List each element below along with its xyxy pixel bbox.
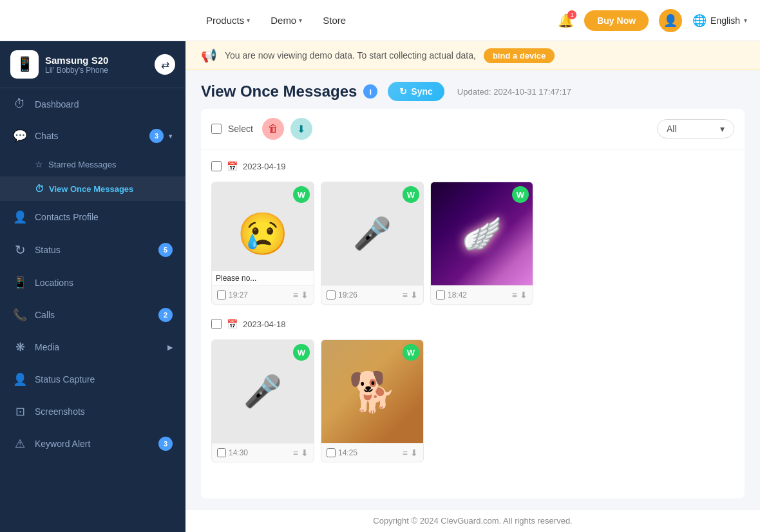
- sidebar-item-media[interactable]: ❋ Media ▶: [0, 331, 185, 363]
- media-download-icon-1[interactable]: ⬇: [301, 290, 309, 300]
- main-layout: 📱 Samsung S20 Lil' Bobby's Phone ⇄ ⏱ Das…: [0, 41, 760, 532]
- info-icon[interactable]: i: [363, 84, 377, 99]
- media-menu-icon-5[interactable]: ≡: [403, 448, 408, 458]
- bell-badge: 1: [567, 10, 576, 19]
- nav-store[interactable]: Store: [315, 10, 354, 31]
- view-once-icon: ⏱: [35, 184, 44, 194]
- sidebar-item-keyword-alert[interactable]: ⚠ Keyword Alert 3: [0, 428, 185, 460]
- sidebar-item-status[interactable]: ↻ Status 5: [0, 233, 185, 267]
- device-sub: Lil' Bobby's Phone: [45, 66, 155, 75]
- filter-label: All: [667, 124, 677, 134]
- date-group-1: 📅 2023-04-19 😢 W Please no...: [211, 157, 734, 305]
- media-item-audio-1: 🎤 W 19:26 ≡ ⬇: [321, 182, 424, 305]
- whatsapp-badge-2: W: [403, 186, 419, 203]
- media-footer-5: 14:25 ≡ ⬇: [321, 443, 423, 462]
- sidebar-label-status: Status: [35, 245, 158, 255]
- sidebar-item-contacts-profile[interactable]: 👤 Contacts Profile: [0, 201, 185, 233]
- media-download-icon-5[interactable]: ⬇: [410, 448, 418, 458]
- sidebar-label-media: Media: [35, 342, 167, 352]
- media-checkbox-3[interactable]: [436, 290, 445, 299]
- media-menu-icon-1[interactable]: ≡: [293, 290, 298, 300]
- sidebar: 📱 Samsung S20 Lil' Bobby's Phone ⇄ ⏱ Das…: [0, 41, 185, 532]
- media-grid-2: 🎤 W 14:30 ≡ ⬇: [211, 339, 734, 462]
- panel-toolbar: Select 🗑 ⬇ All ▾: [201, 109, 745, 149]
- scroll-area[interactable]: 📅 2023-04-19 😢 W Please no...: [201, 149, 745, 499]
- device-name: Samsung S20: [45, 55, 155, 66]
- nav-products[interactable]: Products ▾: [198, 10, 258, 31]
- calendar-icon-2: 📅: [227, 319, 238, 329]
- media-item-emoji: 😢 W Please no... 19:27 ≡ ⬇: [211, 182, 314, 305]
- sidebar-item-chats[interactable]: 💬 Chats 3 ▾: [0, 120, 185, 152]
- media-download-icon-2[interactable]: ⬇: [410, 290, 418, 300]
- sidebar-item-screenshots[interactable]: ⊡ Screenshots: [0, 395, 185, 428]
- date-text-1: 2023-04-19: [243, 162, 286, 171]
- media-thumb-emoji: 😢 W Please no...: [212, 182, 314, 285]
- nav-store-label: Store: [323, 15, 346, 26]
- media-chevron-icon: ▶: [167, 343, 173, 352]
- whatsapp-badge-5: W: [403, 344, 419, 361]
- notification-bell[interactable]: 🔔 1: [558, 13, 574, 28]
- calendar-icon-1: 📅: [227, 161, 238, 171]
- sync-button[interactable]: ↻ Sync: [388, 82, 444, 101]
- date-group-2-checkbox[interactable]: [211, 319, 222, 329]
- media-checkbox-1[interactable]: [217, 290, 226, 299]
- date-text-2: 2023-04-18: [243, 319, 286, 329]
- media-checkbox-2[interactable]: [327, 290, 336, 299]
- sidebar-item-view-once[interactable]: ⏱ View Once Messages: [0, 176, 185, 201]
- sidebar-label-locations: Locations: [35, 278, 173, 288]
- media-time-3: 18:42: [448, 290, 509, 299]
- megaphone-icon: 📢: [201, 48, 217, 63]
- whatsapp-badge-4: W: [293, 344, 310, 361]
- media-menu-icon-3[interactable]: ≡: [512, 290, 517, 300]
- bind-device-link[interactable]: bind a device: [484, 48, 555, 63]
- select-all-checkbox[interactable]: [211, 124, 222, 134]
- content-area: 📢 You are now viewing demo data. To star…: [185, 41, 760, 532]
- sidebar-label-chats: Chats: [35, 131, 149, 141]
- filter-dropdown[interactable]: All ▾: [657, 119, 734, 138]
- sidebar-item-status-capture[interactable]: 👤 Status Capture: [0, 363, 185, 395]
- status-badge: 5: [158, 243, 173, 257]
- media-item-audio-2: 🎤 W 14:30 ≡ ⬇: [211, 339, 314, 462]
- media-checkbox-5[interactable]: [327, 448, 336, 457]
- language-selector[interactable]: 🌐 English ▾: [692, 14, 747, 28]
- sidebar-label-screenshots: Screenshots: [35, 406, 173, 417]
- app-logo: 📱: [10, 50, 39, 79]
- media-menu-icon-4[interactable]: ≡: [293, 448, 298, 458]
- sync-icon: ↻: [399, 86, 407, 97]
- media-footer-2: 19:26 ≡ ⬇: [321, 285, 423, 304]
- sidebar-item-dashboard[interactable]: ⏱ Dashboard: [0, 88, 185, 120]
- nav-demo-label: Demo: [271, 15, 296, 26]
- sidebar-item-starred-messages[interactable]: ☆ Starred Messages: [0, 152, 185, 176]
- keyword-badge: 3: [158, 437, 173, 451]
- download-button[interactable]: ⬇: [290, 118, 312, 140]
- media-thumb-shiba: 🐕 W: [321, 340, 423, 443]
- calls-icon: 📞: [13, 308, 27, 322]
- nav-demo[interactable]: Demo ▾: [263, 10, 310, 31]
- sidebar-label-starred: Starred Messages: [48, 160, 117, 169]
- delete-button[interactable]: 🗑: [262, 118, 284, 140]
- media-checkbox-4[interactable]: [217, 448, 226, 457]
- lang-chevron-icon: ▾: [744, 17, 747, 24]
- chats-chevron-icon: ▾: [169, 132, 173, 140]
- device-info: Samsung S20 Lil' Bobby's Phone: [45, 55, 155, 75]
- lang-label: English: [710, 15, 740, 26]
- switch-device-button[interactable]: ⇄: [155, 54, 175, 75]
- sidebar-item-locations[interactable]: 📱 Locations: [0, 267, 185, 299]
- date-group-1-checkbox[interactable]: [211, 161, 222, 171]
- sidebar-item-calls[interactable]: 📞 Calls 2: [0, 299, 185, 331]
- sidebar-label-keyword: Keyword Alert: [35, 439, 158, 449]
- sidebar-label-dashboard: Dashboard: [35, 99, 173, 109]
- media-footer-1: 19:27 ≡ ⬇: [212, 285, 314, 304]
- mic-icon-2: 🎤: [243, 374, 282, 410]
- nav-links: Products ▾ Demo ▾ Store: [198, 10, 378, 31]
- chats-badge: 3: [149, 129, 164, 143]
- media-menu-icon-2[interactable]: ≡: [403, 290, 408, 300]
- media-grid-1: 😢 W Please no... 19:27 ≡ ⬇: [211, 182, 734, 305]
- media-download-icon-4[interactable]: ⬇: [301, 448, 309, 458]
- buy-now-button[interactable]: Buy Now: [584, 10, 649, 31]
- user-avatar[interactable]: 👤: [659, 9, 682, 32]
- page-header: View Once Messages i ↻ Sync Updated: 202…: [185, 70, 760, 109]
- locations-icon: 📱: [13, 276, 27, 290]
- calls-badge: 2: [158, 308, 173, 322]
- media-download-icon-3[interactable]: ⬇: [520, 290, 527, 300]
